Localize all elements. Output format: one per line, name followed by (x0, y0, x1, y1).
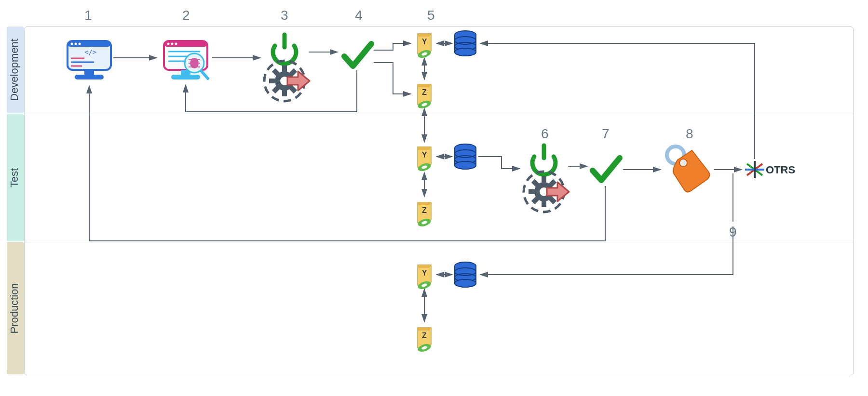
arrow-feedback-7-to-1 (89, 86, 605, 241)
diagram-canvas: </> (0, 0, 868, 396)
arrow-db-6 (478, 157, 520, 169)
arrow-feedback-4-to-2 (186, 70, 357, 112)
server-z-dev: Z (413, 84, 435, 111)
power-gear-icon-test (524, 145, 569, 212)
arrow-4-y (374, 43, 411, 50)
db-prod (455, 262, 476, 287)
server-y-prod-label: Y (422, 269, 427, 277)
debug-monitor-icon (164, 41, 208, 79)
server-y-dev: Y (413, 34, 435, 60)
arrow-4-z (374, 63, 411, 94)
arrow-9-proddb (480, 226, 733, 275)
otrs-icon (745, 161, 764, 178)
check-icon-test (593, 158, 620, 180)
server-z-prod-label: Z (422, 331, 427, 340)
server-z-test: Z (413, 202, 435, 229)
server-y-dev-label: Y (422, 38, 427, 46)
db-dev (455, 31, 476, 56)
db-test (455, 144, 476, 169)
server-y-test-label: Y (422, 151, 427, 159)
server-y-test: Y (413, 147, 435, 173)
code-monitor-icon (68, 41, 111, 79)
server-z-prod: Z (413, 328, 435, 354)
server-y-prod: Y (413, 265, 435, 291)
check-icon-dev (344, 44, 371, 66)
power-gear-icon-dev (264, 35, 310, 101)
server-z-dev-label: Z (422, 88, 427, 96)
arrow-otrs-devdb (480, 43, 755, 159)
server-z-test-label: Z (422, 206, 427, 214)
tag-icon (667, 146, 710, 192)
